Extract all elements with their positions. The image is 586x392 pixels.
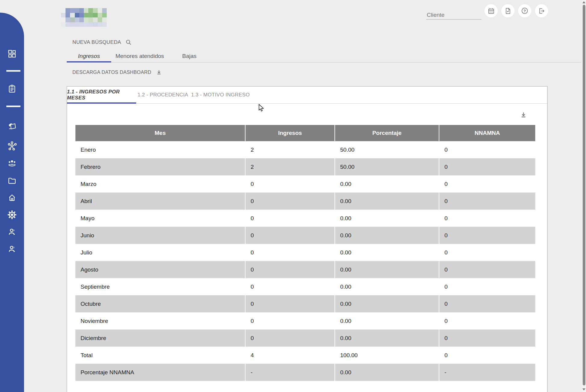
table-row: Octubre00.000 (75, 295, 535, 312)
column-header: NNAMNA (439, 125, 535, 141)
table-row: Noviembre00.000 (75, 312, 535, 330)
sidebar-divider (6, 106, 20, 107)
scroll-down-arrow[interactable] (582, 388, 585, 390)
table-row: Febrero250.000 (75, 158, 535, 175)
card-tabs: 1.1 - INGRESOS POR MESES1.2 - PROCEDENCI… (67, 87, 547, 104)
table-row: Abril00.000 (75, 193, 535, 210)
column-header: Porcentaje (335, 125, 439, 141)
main-tabs: IngresosMenores atendidosBajas (67, 50, 210, 62)
new-search-button[interactable]: NUEVA BÚSQUEDA (72, 38, 132, 46)
user-alt-icon[interactable] (7, 244, 17, 254)
scroll-up-arrow[interactable] (582, 1, 585, 3)
document-check-icon[interactable] (501, 4, 514, 17)
groups-icon[interactable] (7, 158, 17, 168)
new-search-label: NUEVA BÚSQUEDA (72, 39, 121, 45)
signature-icon[interactable] (8, 122, 17, 131)
sidebar-divider (6, 70, 20, 72)
help-icon[interactable]: ? (518, 4, 531, 17)
app-logo (61, 8, 107, 27)
svg-text:?: ? (523, 9, 526, 13)
home-icon[interactable] (8, 193, 17, 202)
table-row: Enero250.000 (75, 141, 535, 158)
main-tab-1[interactable]: Ingresos (67, 50, 111, 62)
search-icon (125, 39, 132, 46)
mouse-cursor (258, 104, 265, 112)
column-header: Mes (75, 125, 245, 141)
card-tab-2[interactable]: 1.2 - PROCEDENCIA (136, 87, 190, 103)
dashboard-card: 1.1 - INGRESOS POR MESES1.2 - PROCEDENCI… (67, 86, 548, 392)
table-row: Julio00.000 (75, 244, 535, 261)
column-header: Ingresos (245, 125, 335, 141)
table-body: Enero250.000Febrero250.000Marzo00.000Abr… (75, 141, 535, 381)
network-icon[interactable] (7, 141, 17, 150)
clipboard-icon[interactable] (8, 84, 17, 94)
logout-icon[interactable] (535, 4, 548, 17)
download-icon (156, 69, 162, 76)
card-tab-1[interactable]: 1.1 - INGRESOS POR MESES (67, 87, 136, 103)
settings-icon[interactable] (7, 210, 17, 220)
card-tab-3[interactable]: 1.3 - MOTIVO INGRESO (190, 87, 251, 103)
sidebar (0, 13, 24, 392)
table-row: Agosto00.000 (75, 261, 535, 278)
table-row: Junio00.000 (75, 227, 535, 244)
scrollbar-thumb[interactable] (583, 5, 585, 385)
calendar-icon[interactable] (484, 4, 498, 17)
download-dashboard-button[interactable]: DESCARGA DATOS DASHBOARD (72, 68, 162, 76)
table-row: Porcentaje NNAMNA-0.00- (75, 364, 535, 381)
main-tab-2[interactable]: Menores atendidos (111, 50, 168, 62)
client-input[interactable] (426, 11, 481, 20)
tabs-divider-line (67, 62, 581, 62)
ingresos-table: MesIngresosPorcentajeNNAMNA Enero250.000… (75, 125, 535, 381)
table-row: Total4100.000 (75, 347, 535, 364)
main-tab-3[interactable]: Bajas (168, 50, 210, 62)
user-icon[interactable] (7, 227, 17, 237)
folder-icon[interactable] (8, 176, 17, 185)
table-row: Marzo00.000 (75, 175, 535, 193)
active-tab-underline (67, 61, 111, 62)
table-row: Septiembre00.000 (75, 278, 535, 295)
table-row: Mayo00.000 (75, 210, 535, 227)
active-card-tab-underline (67, 102, 136, 104)
table-header-row: MesIngresosPorcentajeNNAMNA (75, 125, 535, 141)
table-row: Diciembre00.000 (75, 330, 535, 347)
dashboard-icon[interactable] (8, 49, 17, 59)
download-dashboard-label: DESCARGA DATOS DASHBOARD (72, 70, 151, 75)
download-table-icon[interactable] (520, 111, 527, 119)
